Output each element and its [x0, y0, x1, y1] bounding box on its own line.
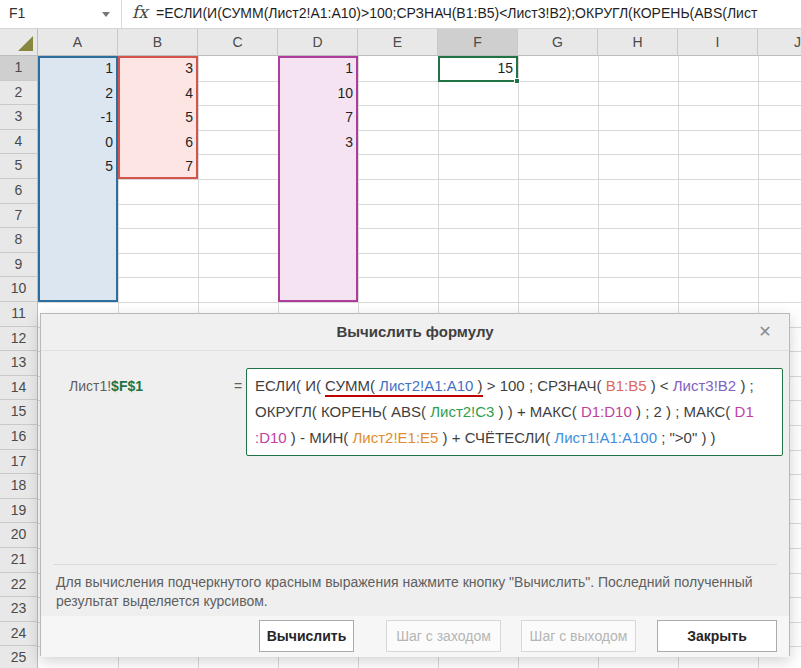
- grid-cell-B4[interactable]: 6: [118, 130, 198, 155]
- evaluation-box: ЕСЛИ( И( СУММ( Лист2!A1:A10 ) > 100 ; СР…: [246, 368, 783, 456]
- formula-segment: ; ">0" ) ): [657, 429, 716, 446]
- insert-function-icon[interactable]: fx: [128, 2, 152, 26]
- select-all-triangle-icon: [18, 36, 33, 51]
- formula-segment: Лист2!C3: [430, 403, 494, 420]
- row-header-13[interactable]: 13: [0, 351, 38, 376]
- row-header-25[interactable]: 25: [0, 646, 38, 668]
- dialog-titlebar[interactable]: Вычислить формулу ✕: [41, 314, 789, 351]
- formula-segment: ): [473, 377, 482, 397]
- grid-cell-D1[interactable]: 1: [278, 56, 358, 81]
- equals-sign: =: [234, 378, 242, 394]
- gridline: [38, 253, 801, 254]
- dialog-instructions: Для вычисления подчеркнутого красным выр…: [56, 573, 776, 611]
- row-header-17[interactable]: 17: [0, 450, 38, 475]
- row-header-5[interactable]: 5: [0, 154, 38, 179]
- column-header-I[interactable]: I: [678, 29, 758, 56]
- gridline: [38, 179, 801, 180]
- button-вычислить[interactable]: Вычислить: [259, 620, 354, 652]
- formula-segment: ) ;: [736, 377, 754, 394]
- row-header-4[interactable]: 4: [0, 130, 38, 155]
- grid-cell-B1[interactable]: 3: [118, 56, 198, 81]
- row-header-19[interactable]: 19: [0, 499, 38, 524]
- row-header-21[interactable]: 21: [0, 548, 38, 573]
- row-header-22[interactable]: 22: [0, 573, 38, 598]
- row-header-16[interactable]: 16: [0, 425, 38, 450]
- column-header-F[interactable]: F: [438, 29, 518, 56]
- formula-segment: ) ; 2 ) ; МАКС(: [632, 403, 735, 420]
- grid-cell-D4[interactable]: 3: [278, 130, 358, 155]
- formula-segment: ЕСЛИ( И(: [255, 377, 325, 394]
- row-header-7[interactable]: 7: [0, 204, 38, 229]
- row-header-20[interactable]: 20: [0, 523, 38, 548]
- column-header-A[interactable]: A: [38, 29, 118, 56]
- row-header-23[interactable]: 23: [0, 597, 38, 622]
- formula-segment: B1:B5: [606, 377, 647, 394]
- gridline: [38, 228, 801, 229]
- grid-cell-A5[interactable]: 5: [38, 154, 118, 179]
- formula-bar-input[interactable]: =ЕСЛИ(И(СУММ(Лист2!A1:A10)>100;СРЗНАЧ(B1…: [156, 5, 801, 25]
- reference-cell: $F$1: [111, 378, 143, 394]
- evaluate-formula-dialog: Вычислить формулу ✕ Лист1!$F$1 = ЕСЛИ( И…: [40, 313, 790, 656]
- select-all-corner[interactable]: [0, 29, 38, 56]
- row-header-2[interactable]: 2: [0, 81, 38, 106]
- close-icon[interactable]: ✕: [753, 320, 777, 344]
- dialog-separator: [53, 564, 777, 565]
- column-header-D[interactable]: D: [278, 29, 358, 56]
- row-header-10[interactable]: 10: [0, 277, 38, 302]
- grid-cell-A2[interactable]: 2: [38, 81, 118, 106]
- fill-handle[interactable]: [514, 78, 520, 84]
- dialog-title: Вычислить формулу: [41, 314, 789, 350]
- grid-cell-A4[interactable]: 0: [38, 130, 118, 155]
- name-box[interactable]: F1: [0, 0, 122, 28]
- chevron-down-icon[interactable]: [102, 12, 110, 17]
- dialog-footer: ВычислитьШаг с заходомШаг с выходомЗакры…: [41, 616, 789, 657]
- gridline: [38, 204, 801, 205]
- formula-segment: СУММ(: [325, 377, 379, 397]
- column-header-C[interactable]: C: [198, 29, 278, 56]
- disabled-button-шаг-с-выходом: Шаг с выходом: [521, 620, 636, 652]
- column-header-H[interactable]: H: [598, 29, 678, 56]
- grid-cell-D3[interactable]: 7: [278, 105, 358, 130]
- column-header-E[interactable]: E: [358, 29, 438, 56]
- formula-segment: ) <: [647, 377, 673, 394]
- column-header-G[interactable]: G: [518, 29, 598, 56]
- gridline: [38, 302, 801, 303]
- disabled-button-шаг-с-заходом: Шаг с заходом: [386, 620, 501, 652]
- row-header-6[interactable]: 6: [0, 179, 38, 204]
- row-header-12[interactable]: 12: [0, 327, 38, 352]
- grid-cell-A1[interactable]: 1: [38, 56, 118, 81]
- row-header-11[interactable]: 11: [0, 302, 38, 327]
- row-header-18[interactable]: 18: [0, 474, 38, 499]
- active-cell-border: [438, 56, 518, 82]
- reference-sheet: Лист1!: [69, 378, 111, 394]
- row-header-14[interactable]: 14: [0, 376, 38, 401]
- formula-bar: F1 fx =ЕСЛИ(И(СУММ(Лист2!A1:A10)>100;СРЗ…: [0, 0, 801, 29]
- row-header-3[interactable]: 3: [0, 105, 38, 130]
- reference-label: Лист1!$F$1: [69, 378, 143, 394]
- grid-cell-D2[interactable]: 10: [278, 81, 358, 106]
- column-header-J[interactable]: J: [758, 29, 801, 56]
- button-закрыть[interactable]: Закрыть: [657, 620, 777, 652]
- formula-segment: Лист3!B2: [673, 377, 736, 394]
- grid-cell-A3[interactable]: -1: [38, 105, 118, 130]
- column-header-B[interactable]: B: [118, 29, 198, 56]
- grid-cell-B5[interactable]: 7: [118, 154, 198, 179]
- row-header-8[interactable]: 8: [0, 228, 38, 253]
- formula-segment: Лист2!A1:A10: [379, 377, 473, 397]
- formula-segment: ОКРУГЛ( КОРЕНЬ( ABS(: [255, 403, 430, 420]
- grid-cell-B2[interactable]: 4: [118, 81, 198, 106]
- grid-cell-B3[interactable]: 5: [118, 105, 198, 130]
- formula-segment: > 100 ; СРЗНАЧ(: [483, 377, 606, 394]
- excel-window: F1 fx =ЕСЛИ(И(СУММ(Лист2!A1:A10)>100;СРЗ…: [0, 0, 801, 668]
- formula-segment: D1:D10: [581, 403, 632, 420]
- formula-segment: ) - МИН(: [287, 429, 353, 446]
- row-header-9[interactable]: 9: [0, 253, 38, 278]
- row-header-1[interactable]: 1: [0, 56, 38, 81]
- gridline: [38, 277, 801, 278]
- row-header-24[interactable]: 24: [0, 622, 38, 647]
- row-header-15[interactable]: 15: [0, 400, 38, 425]
- formula-segment: Лист2!E1:E5: [352, 429, 438, 446]
- name-box-value[interactable]: F1: [9, 5, 25, 21]
- formula-segment: ) + СЧЁТЕСЛИ(: [438, 429, 554, 446]
- formula-segment: Лист1!A1:A100: [554, 429, 657, 446]
